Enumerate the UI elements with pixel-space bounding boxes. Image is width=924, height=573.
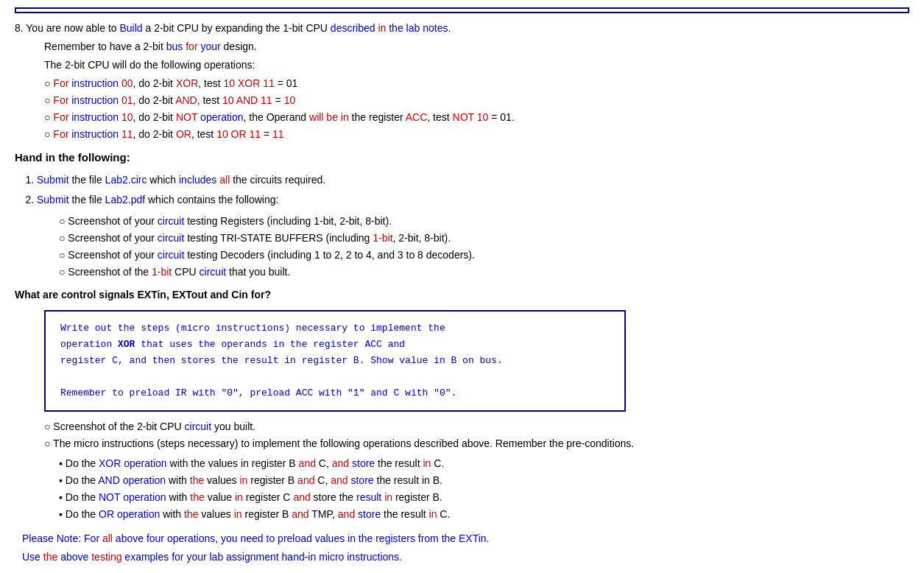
square-bullet-list: Do the XOR operation with the values in … — [59, 456, 909, 522]
item8-remember: Remember to have a 2-bit bus for your de… — [44, 39, 909, 55]
square-bullet-2: Do the AND operation with the values in … — [59, 473, 909, 488]
sub-bullet-2: Screenshot of your circuit testing TRI-S… — [59, 231, 909, 246]
item8-bullet-1: For instruction 00, do 2-bit XOR, test 1… — [44, 76, 909, 91]
item8-bullet-list: For instruction 00, do 2-bit XOR, test 1… — [44, 76, 909, 142]
more-bullet-list: Screenshot of the 2-bit CPU circuit you … — [44, 419, 909, 451]
item8-intro: 8. You are now able to Build a 2-bit CPU… — [15, 21, 909, 36]
top-border-box — [15, 7, 909, 13]
sub-bullet-list: Screenshot of your circuit testing Regis… — [59, 214, 909, 280]
code-box-wrapper: Write out the steps (micro instructions)… — [44, 310, 909, 412]
hand-in-list: Submit the file Lab2.circ which includes… — [37, 172, 909, 208]
note-1: Please Note: For all above four operatio… — [22, 531, 909, 546]
sub-bullet-4: Screenshot of the 1-bit CPU circuit that… — [59, 264, 909, 280]
code-box: Write out the steps (micro instructions)… — [44, 310, 626, 412]
hand-in-item-1: Submit the file Lab2.circ which includes… — [37, 172, 909, 188]
note-2: Use the above testing examples for your … — [22, 549, 909, 565]
hand-in-heading: Hand in the following: — [15, 150, 909, 166]
square-bullet-3: Do the NOT operation with the value in r… — [59, 490, 909, 505]
hand-in-item-2: Submit the file Lab2.pdf which contains … — [37, 192, 909, 208]
square-bullet-1: Do the XOR operation with the values in … — [59, 456, 909, 471]
item8-bullet-2: For instruction 01, do 2-bit AND, test 1… — [44, 93, 909, 108]
more-bullet-1: Screenshot of the 2-bit CPU circuit you … — [44, 419, 909, 435]
square-bullet-4: Do the OR operation with the values in r… — [59, 507, 909, 522]
sub-bullet-1: Screenshot of your circuit testing Regis… — [59, 214, 909, 229]
item8-operations: The 2-bit CPU will do the following oper… — [44, 57, 909, 73]
item-8-section: 8. You are now able to Build a 2-bit CPU… — [15, 21, 909, 142]
item8-bullet-4: For instruction 11, do 2-bit OR, test 10… — [44, 127, 909, 142]
item8-bullet-3: For instruction 10, do 2-bit NOT operati… — [44, 110, 909, 125]
sub-bullet-3: Screenshot of your circuit testing Decod… — [59, 247, 909, 263]
more-bullet-2: The micro instructions (steps necessary)… — [44, 436, 909, 451]
what-heading: What are control signals EXTin, EXTout a… — [15, 287, 909, 303]
